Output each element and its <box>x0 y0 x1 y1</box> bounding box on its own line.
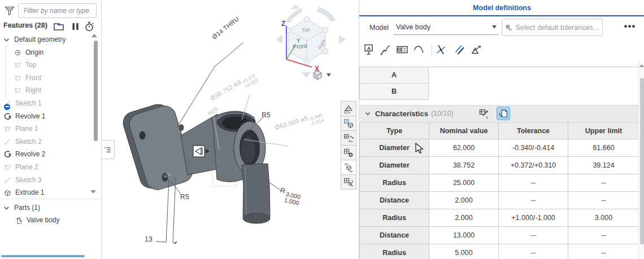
plane-icon <box>3 163 12 172</box>
parallel-distance-button[interactable] <box>451 42 467 58</box>
row-nominal-cell[interactable]: 38.752 <box>429 157 499 174</box>
select-default-tolerances-button[interactable]: ± Select default tolerances... <box>502 19 603 36</box>
chevron-down-icon[interactable] <box>2 36 11 44</box>
origin-icon <box>14 49 22 57</box>
cube-icon <box>312 69 323 81</box>
row-tolerance-cell[interactable]: -- <box>499 244 568 259</box>
sidebar-item-front[interactable]: Front <box>0 72 106 84</box>
row-tolerance-cell[interactable]: +0.372/+0.310 <box>499 157 568 174</box>
annotation-r5[interactable]: R5 <box>262 111 271 119</box>
scroll-up-icon[interactable] <box>92 34 97 37</box>
apply-to-part-button[interactable] <box>497 107 510 120</box>
tolerance-pyramid-button[interactable]: ± <box>341 101 356 116</box>
datum-annotation-button[interactable]: A <box>361 42 377 58</box>
row-nominal-cell[interactable]: 5.000 <box>429 244 499 259</box>
row-type-cell[interactable]: Diameter <box>360 157 429 174</box>
filter-input[interactable] <box>18 3 97 18</box>
pause-rollback-icon[interactable] <box>71 21 80 32</box>
tab-model-definitions[interactable]: Model definitions <box>473 4 531 12</box>
row-upper-cell[interactable]: 39.124 <box>568 157 639 174</box>
sidebar-item-origin[interactable]: Origin <box>0 46 106 59</box>
column-header-upper-limit: Upper limit <box>568 123 639 139</box>
model-select[interactable]: Valve body <box>393 19 499 35</box>
view-options-button[interactable] <box>312 69 337 81</box>
row-tolerance-cell[interactable]: -0.340/-0.414 <box>499 139 568 157</box>
feature-scrollbar[interactable] <box>94 41 98 141</box>
mouse-cursor <box>415 143 424 155</box>
parts-header-row[interactable]: Parts (1) <box>0 201 95 214</box>
panel-tab-bar: Model definitions <box>359 0 644 16</box>
sidebar-item-extrude-1[interactable]: Extrude 1 <box>0 186 96 199</box>
feature-panel: Features (28) Default geometry Origin To… <box>0 0 102 259</box>
sidebar-item-sketch-3[interactable]: Sketch 3 <box>0 174 96 186</box>
row-nominal-cell[interactable]: 62.000 <box>429 139 499 157</box>
sync-table-model-button[interactable] <box>341 130 356 146</box>
more-options-button[interactable]: ••• <box>621 20 639 34</box>
view-cube[interactable]: Top Front Right Z X Y <box>271 0 350 85</box>
sidebar-item-revolve-2[interactable]: Revolve 2 <box>0 148 96 160</box>
row-nominal-cell[interactable]: 13.000 <box>429 227 499 244</box>
angle-dimension-button[interactable] <box>433 42 449 58</box>
sidebar-item-sketch-1[interactable]: Sketch 1 <box>0 97 96 109</box>
row-upper-cell[interactable]: -- <box>568 244 639 259</box>
geometric-tolerance-button[interactable] <box>394 42 410 58</box>
sidebar-item-plane-1[interactable]: Plane 1 <box>0 122 96 135</box>
table-settings-button[interactable] <box>341 174 356 190</box>
row-type-cell[interactable]: Radius <box>360 244 429 259</box>
revolve-icon <box>3 150 12 159</box>
row-upper-cell[interactable]: -- <box>568 227 639 244</box>
capture-table-view-button[interactable] <box>341 145 356 160</box>
graphics-viewport[interactable]: Ø14 THRU Ø38.752 A9+0.372+0.310 R25 R5 Ø… <box>102 0 359 259</box>
extrude-icon <box>3 188 12 197</box>
row-tolerance-cell[interactable]: +1.000/-1.000 <box>499 209 568 227</box>
row-upper-cell[interactable]: -- <box>568 174 639 192</box>
row-type-cell[interactable]: Distance <box>360 192 429 209</box>
edit-tolerances-button[interactable]: ± <box>477 107 491 120</box>
scrollbar-thumb[interactable] <box>640 78 644 244</box>
row-tolerance-cell[interactable]: -- <box>499 192 568 209</box>
chevron-down-icon[interactable] <box>364 109 372 117</box>
feature-hscrollbar[interactable] <box>1 255 85 257</box>
row-type-cell[interactable]: Radius <box>360 174 429 192</box>
datum-row-b[interactable]: B <box>359 83 429 100</box>
sidebar-item-revolve-1[interactable]: Revolve 1 <box>0 110 96 122</box>
row-tolerance-cell[interactable]: -- <box>499 227 568 244</box>
sidebar-item-plane-2[interactable]: Plane 2 <box>0 161 96 173</box>
model-table-link-button[interactable] <box>341 116 356 131</box>
feature-list-toggle-tab[interactable] <box>102 140 115 159</box>
scroll-up-icon[interactable] <box>639 64 644 67</box>
export-model-button[interactable] <box>341 160 356 175</box>
chevron-down-icon[interactable] <box>2 204 11 212</box>
panel-scrollbar[interactable] <box>638 61 644 259</box>
characteristics-section-header[interactable]: Characteristics (10/10) ± <box>359 105 638 122</box>
row-upper-cell[interactable]: 3.000 <box>568 209 639 227</box>
sidebar-item-top[interactable]: Top <box>0 59 106 71</box>
row-type-cell[interactable]: Radius <box>360 209 429 227</box>
list-icon <box>103 146 112 154</box>
sidebar-item-default-geometry[interactable]: Default geometry <box>0 33 95 46</box>
add-folder-icon[interactable] <box>53 21 64 32</box>
characteristics-table: Type Nominal value Tolerance Upper limit… <box>359 122 639 259</box>
sidebar-item-valve-body[interactable]: Valve body <box>0 214 107 226</box>
row-nominal-cell[interactable]: 2.000 <box>429 192 499 209</box>
chevron-down-icon <box>492 25 497 29</box>
history-clock-icon[interactable] <box>84 21 95 32</box>
row-tolerance-cell[interactable]: -- <box>499 174 568 192</box>
filter-icon[interactable] <box>4 5 15 16</box>
leader-note-button[interactable] <box>378 42 394 58</box>
features-header: Features (28) <box>3 21 47 29</box>
sidebar-item-right[interactable]: Right <box>0 84 106 96</box>
row-nominal-cell[interactable]: 25.000 <box>429 174 499 192</box>
column-header-type: Type <box>360 123 429 139</box>
sidebar-item-sketch-2[interactable]: Sketch 2 <box>0 135 96 148</box>
annotation-r5-bottom[interactable]: R5 <box>180 193 189 201</box>
datum-row-a[interactable]: A <box>359 67 429 84</box>
scroll-down-icon[interactable] <box>90 190 96 194</box>
surface-leader-button[interactable] <box>412 42 428 58</box>
datum-target-button[interactable] <box>468 42 484 58</box>
row-upper-cell[interactable]: -- <box>568 192 639 209</box>
row-upper-cell[interactable]: 61.660 <box>568 139 639 157</box>
row-type-cell[interactable]: Distance <box>360 227 429 244</box>
annotation-13[interactable]: 13 <box>145 235 153 243</box>
row-nominal-cell[interactable]: 2.000 <box>429 209 499 227</box>
